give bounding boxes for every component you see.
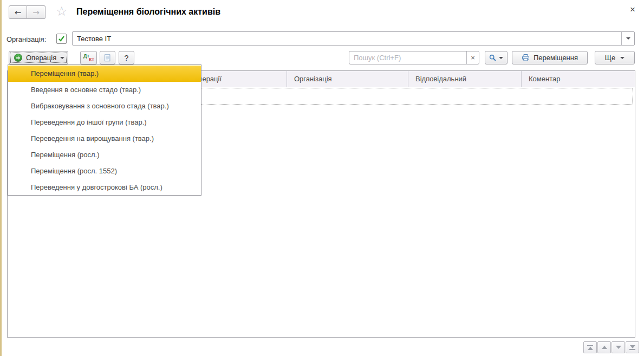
chevron-down-icon <box>60 57 64 59</box>
forward-button[interactable]: → <box>27 5 45 19</box>
menu-item[interactable]: Переведення у довгострокові БА (росл.) <box>8 179 201 196</box>
back-arrow-icon: ← <box>15 8 22 17</box>
favorite-star-icon[interactable]: ☆ <box>56 4 68 18</box>
menu-item[interactable]: Переведення на вирощування (твар.) <box>8 131 201 147</box>
scroll-to-top-button[interactable] <box>583 341 597 353</box>
help-button[interactable]: ? <box>119 51 134 64</box>
related-documents-button[interactable] <box>100 51 115 64</box>
search-input[interactable] <box>349 51 466 64</box>
triangle-up-icon <box>602 346 607 349</box>
chevron-down-icon <box>499 57 503 59</box>
operation-button[interactable]: Операція <box>9 51 68 64</box>
scroll-to-bottom-button[interactable] <box>626 341 639 353</box>
organization-checkbox[interactable] <box>56 34 67 44</box>
credit-icon: Кт <box>89 57 94 62</box>
column-header-comment[interactable]: Коментар <box>522 71 635 87</box>
organization-input[interactable] <box>73 32 621 45</box>
document-icon <box>103 53 112 63</box>
more-button[interactable]: Ще <box>595 51 635 64</box>
organization-dropdown-button[interactable] <box>621 32 634 45</box>
forward-arrow-icon: → <box>32 8 40 17</box>
chevron-down-icon <box>626 37 630 40</box>
scroll-down-button[interactable] <box>612 341 625 353</box>
close-icon[interactable]: × <box>628 4 638 15</box>
operation-menu: Переміщення (твар.) Введення в основне с… <box>8 64 201 196</box>
print-button-label: Переміщення <box>534 54 578 62</box>
organization-label: Організація: <box>6 35 46 43</box>
menu-item[interactable]: Переміщення (росл. 1552) <box>8 163 201 179</box>
search-clear-icon[interactable]: × <box>466 51 479 64</box>
page-title: Переміщення біологічних активів <box>76 7 220 17</box>
chevron-down-icon <box>620 57 625 59</box>
printer-icon <box>522 54 530 62</box>
column-header-organization[interactable]: Організація <box>287 71 408 87</box>
menu-item[interactable]: Переміщення (твар.) <box>8 66 201 82</box>
add-plus-icon <box>14 54 22 62</box>
menu-item[interactable]: Вибраковування з основного стада (твар.) <box>8 98 201 114</box>
triangle-down-icon <box>616 346 621 349</box>
menu-item[interactable]: Введення в основне стадо (твар.) <box>8 82 201 98</box>
column-header-responsible[interactable]: Відповідальний <box>408 71 522 87</box>
search-box: × <box>349 51 479 64</box>
back-button[interactable]: ← <box>9 5 27 19</box>
window-edge-strip <box>0 0 2 356</box>
debit-credit-button[interactable]: Дт Кт <box>80 51 97 64</box>
document-journal-window: ← → ☆ Переміщення біологічних активів × … <box>0 0 644 356</box>
print-button[interactable]: Переміщення <box>512 51 588 64</box>
checkmark-icon <box>58 35 65 42</box>
operation-button-label: Операція <box>26 54 56 62</box>
table-scroll-controls <box>583 341 639 353</box>
scroll-top-icon <box>587 345 593 346</box>
search-icon <box>489 54 496 61</box>
history-nav: ← → <box>9 5 45 19</box>
organization-combo <box>72 31 635 46</box>
scroll-bottom-icon <box>629 349 635 350</box>
menu-item[interactable]: Переміщення (росл.) <box>8 147 201 163</box>
advanced-search-button[interactable] <box>485 51 508 64</box>
scroll-up-button[interactable] <box>597 341 611 353</box>
more-button-label: Ще <box>605 54 615 62</box>
menu-item[interactable]: Переведення до іншої групи (твар.) <box>8 114 201 131</box>
